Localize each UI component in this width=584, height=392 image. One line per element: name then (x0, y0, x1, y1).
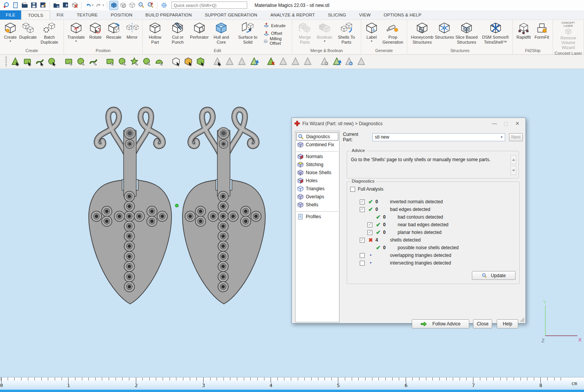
zoom-to-part-icon[interactable] (119, 1, 127, 10)
rapidfit-button[interactable]: Rapidfit (514, 21, 532, 41)
scroll-up-icon[interactable] (511, 155, 516, 164)
lock-marked-tool[interactable] (356, 57, 366, 67)
save-project-icon[interactable] (29, 1, 38, 10)
page-shells[interactable]: Shells (296, 201, 338, 209)
tab-options-help[interactable]: OPTIONS & HELP (377, 10, 428, 20)
cut-or-punch-button[interactable]: Cut or Punch (166, 21, 190, 45)
diagnostic-checkbox[interactable] (367, 222, 372, 227)
page-normals[interactable]: Normals (296, 151, 338, 160)
toolbar-drag-handle[interactable] (5, 57, 7, 67)
rotate-button[interactable]: Rotate (86, 21, 104, 41)
select-through-cube-tool[interactable] (171, 57, 181, 67)
diagnostic-checkbox[interactable] (360, 207, 365, 212)
zoom-icon[interactable] (137, 1, 145, 10)
settings-gear-icon[interactable] (160, 1, 168, 10)
rescale-button[interactable]: Rescale (104, 21, 123, 41)
select-triangles-tool[interactable] (10, 57, 20, 67)
unhide-all-tool[interactable] (344, 57, 354, 67)
marked-triangles-tool-4[interactable] (278, 57, 288, 67)
cube-outline-icon[interactable] (128, 1, 136, 10)
mirror-button[interactable]: Mirror (123, 21, 141, 41)
invert-marked-tool[interactable] (249, 57, 259, 67)
hide-marked-tool[interactable] (319, 57, 330, 67)
mark-fan-tool[interactable] (154, 57, 164, 67)
undo-icon[interactable] (84, 1, 92, 10)
offset-button[interactable]: Offset (262, 29, 290, 37)
boolean-dropdown-icon[interactable]: ▾ (324, 40, 325, 43)
formfit-button[interactable]: FormFit (533, 21, 551, 41)
shells-to-parts-button[interactable]: Shells To Parts (333, 21, 359, 45)
dsm-somos-tetrashell-button[interactable]: DSM Somos® TetraShell™ (480, 21, 511, 45)
tab-fix[interactable]: FIX (50, 10, 70, 20)
label-button[interactable]: ALabel▾ (363, 21, 380, 44)
show-marked-tool[interactable] (331, 57, 342, 67)
marked-triangles-tool-3[interactable] (237, 57, 247, 67)
advice-scrollbar[interactable] (511, 155, 516, 175)
diagnostic-checkbox[interactable] (360, 261, 365, 266)
new-part-icon[interactable] (11, 1, 20, 10)
scroll-down-icon[interactable] (511, 166, 516, 175)
remove-part-icon[interactable] (70, 1, 79, 10)
duplicate-button[interactable]: Duplicate (19, 21, 37, 41)
tab-tools[interactable]: TOOLS (21, 10, 50, 20)
page-stitching[interactable]: Stitching (296, 160, 338, 168)
full-analysis-checkbox[interactable] (350, 187, 355, 192)
zoom-reset-icon[interactable] (146, 1, 155, 10)
honeycomb-structures-button[interactable]: Honeycomb Structures (409, 21, 436, 45)
dialog-title-bar[interactable]: Fix Wizard (Part: stl new) > Diagnostics… (292, 118, 525, 129)
select-full-cube-tool[interactable] (195, 57, 206, 67)
page-profiles[interactable]: Profiles (296, 211, 338, 220)
structures-button[interactable]: Structures (436, 21, 453, 41)
tab-slicing[interactable]: SLICING (321, 10, 352, 20)
boolean-button[interactable]: Boolean▾ (316, 21, 333, 44)
tab-analyze-report[interactable]: ANALYZE & REPORT (264, 10, 321, 20)
hull-and-core-button[interactable]: Hull and Core (209, 21, 234, 45)
minimize-icon[interactable]: — (489, 121, 500, 126)
diagnostic-checkbox[interactable] (360, 199, 365, 204)
translate-button[interactable]: Translate▾ (65, 21, 86, 44)
translate-dropdown-icon[interactable]: ▾ (75, 40, 77, 43)
page-overlaps[interactable]: Overlaps (296, 193, 338, 201)
mark-curve-tool[interactable] (88, 57, 98, 67)
select-surfaces-tool[interactable] (34, 57, 45, 67)
mark-brush-tool[interactable] (117, 57, 127, 67)
close-button[interactable]: Close (473, 319, 492, 328)
select-shells-tool[interactable] (47, 57, 57, 67)
delete-marked-tool[interactable] (266, 57, 276, 67)
mark-window-tool[interactable] (64, 57, 74, 67)
help-button[interactable]: Help (497, 319, 518, 328)
page-triangles[interactable]: Triangles (296, 185, 338, 193)
redo-icon[interactable] (95, 1, 103, 10)
diagnostic-checkbox[interactable] (360, 253, 365, 258)
marked-triangles-tool-5[interactable] (302, 57, 313, 67)
perforator-button[interactable]: Perforator (190, 21, 209, 41)
marked-triangles-tool-1[interactable] (212, 57, 222, 67)
maximize-icon[interactable]: ▢ (500, 121, 512, 126)
save-as-icon[interactable] (39, 1, 47, 10)
tab-build-preparation[interactable]: BUILD PREPARATION (139, 10, 198, 20)
milling-offset-button[interactable]: Milling Offset (262, 37, 290, 45)
tab-texture[interactable]: TEXTURE (70, 10, 104, 20)
select-planes-tool[interactable] (22, 57, 33, 67)
next-button[interactable]: Next (509, 133, 523, 141)
surface-to-solid-button[interactable]: Surface to Solid (234, 21, 262, 45)
hollow-part-button[interactable]: Hollow Part (144, 21, 166, 45)
view-mode-cube-icon[interactable] (109, 1, 118, 10)
create-button[interactable]: Create▾ (2, 21, 19, 44)
mark-pie-tool[interactable] (142, 57, 152, 67)
page-diagnostics[interactable]: Diagnostics (296, 132, 338, 140)
update-button[interactable]: Update (472, 271, 515, 280)
remove-volume-wizard-button[interactable]: CONCEPT LASERRemove Volume Wizard (555, 21, 582, 51)
tab-support-generation[interactable]: SUPPORT GENERATION (198, 10, 264, 20)
magics-logo-icon[interactable] (2, 1, 10, 10)
prop-generation-button[interactable]: Prop Generation (380, 21, 405, 45)
page-noise-shells[interactable]: Noise Shells (296, 168, 338, 176)
copy-marked-tool[interactable] (290, 57, 300, 67)
batch-duplicate-button[interactable]: Batch Duplicate (37, 21, 62, 45)
select-inside-cube-tool[interactable] (183, 57, 193, 67)
page-holes[interactable]: Holes (296, 176, 338, 185)
tab-file[interactable]: FILE (0, 10, 21, 20)
create-dropdown-icon[interactable]: ▾ (10, 40, 11, 43)
quick-search-input[interactable] (171, 2, 247, 9)
import-part-icon[interactable] (52, 1, 60, 10)
